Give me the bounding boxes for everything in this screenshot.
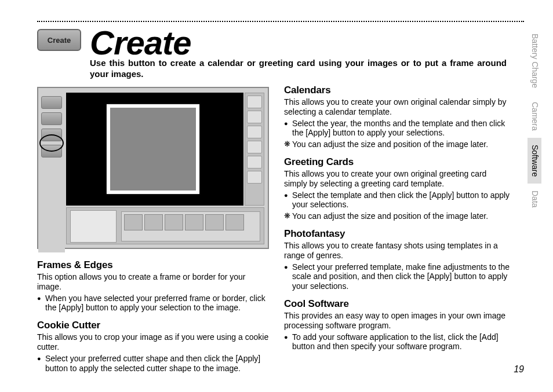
tab-camera: Camera (527, 95, 541, 138)
page-number: 19 (514, 364, 524, 375)
greeting-heading: Greeting Cards (284, 156, 510, 168)
calendars-body: This allows you to create your own origi… (284, 97, 510, 117)
cool-bullet: To add your software application to the … (284, 332, 510, 352)
photo-heading: Photofantasy (284, 228, 510, 240)
calendars-aster: You can adjust the size and position of … (284, 140, 510, 149)
page-title: Create (90, 23, 191, 62)
greeting-bullet: Select the template and then click the [… (284, 190, 510, 210)
cookie-heading: Cookie Cutter (37, 320, 269, 331)
frames-body: This option allows you to create a frame… (37, 272, 269, 292)
screenshot-bottom-panel (66, 207, 264, 244)
create-button-icon: Create (37, 29, 81, 51)
screenshot-canvas (66, 93, 243, 206)
greeting-aster: You can adjust the size and position of … (284, 211, 510, 221)
highlight-circle (39, 134, 64, 152)
screenshot-tools (245, 93, 264, 206)
frames-heading: Frames & Edges (37, 259, 269, 271)
cool-body: This provides an easy way to open images… (284, 311, 510, 331)
dotted-rule (37, 21, 524, 22)
cookie-body: This allows you to crop your image as if… (37, 332, 269, 352)
screenshot-sidebar (38, 93, 65, 252)
tab-battery: Battery Charge (527, 27, 541, 95)
intro-text: Use this button to create a calendar or … (90, 58, 507, 80)
section-tabs: Battery Charge Camera Software Data (527, 27, 541, 215)
frames-bullet: When you have selected your preferred fr… (37, 294, 269, 313)
app-screenshot (37, 87, 269, 249)
calendars-bullet: Select the year, the months and the temp… (284, 119, 510, 138)
photo-body: This allows you to create fantasy shots … (284, 241, 510, 261)
left-column: Frames & Edges This option allows you to… (37, 259, 269, 373)
right-column: Calendars This allows you to create your… (284, 85, 510, 351)
cookie-bullet: Select your preferred cutter shape and t… (37, 354, 269, 373)
cool-heading: Cool Software (284, 298, 510, 310)
tab-data: Data (527, 184, 541, 215)
greeting-body: This allows you to create your own origi… (284, 169, 510, 189)
tab-software: Software (527, 138, 541, 184)
photo-bullet: Select your preferred template, make fin… (284, 262, 510, 291)
calendars-heading: Calendars (284, 85, 510, 96)
